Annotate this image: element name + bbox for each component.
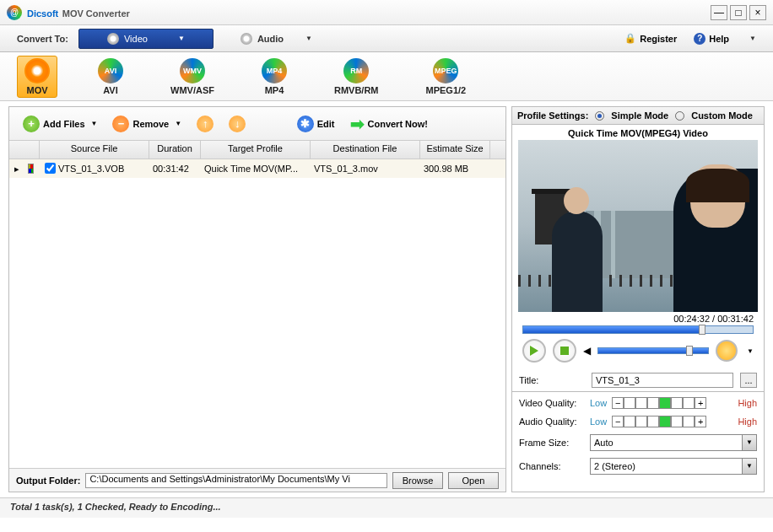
close-button[interactable]: × [749,5,766,20]
cell-duration: 00:31:42 [148,162,199,175]
app-title: Dicsoft MOV Converter [27,5,130,20]
mp4-icon: MP4 [262,58,287,83]
arrow-right-icon: ➡ [350,114,365,134]
play-icon [530,346,538,356]
cell-size: 300.98 MB [419,162,489,175]
title-browse-button[interactable]: ... [740,373,757,388]
move-down-button[interactable]: ↓ [225,114,249,134]
col-size[interactable]: Estimate Size [420,141,490,159]
lock-icon: 🔒 [624,33,636,44]
table-header: Source File Duration Target Profile Dest… [9,141,505,159]
output-folder-path[interactable]: C:\Documents and Settings\Administrator\… [85,473,387,488]
convert-to-label: Convert To: [17,34,68,44]
col-target[interactable]: Target Profile [201,141,311,159]
app-logo-icon [7,5,22,20]
format-wmv[interactable]: WMV WMV/ASF [164,56,221,97]
cell-dest: VTS_01_3.mov [309,162,419,175]
title-label: Title: [519,375,585,385]
seek-bar[interactable] [522,325,754,334]
col-dest[interactable]: Destination File [311,141,420,159]
rm-icon: RM [343,58,369,83]
browse-button[interactable]: Browse [392,472,443,489]
avi-icon: AVI [98,58,123,83]
format-bar: @ MOV AVI AVI WMV WMV/ASF MP4 MP4 RM RMV… [0,52,773,101]
mov-icon: @ [24,58,50,83]
wmv-icon: WMV [180,58,205,83]
disc-icon [241,33,252,45]
video-mode-button[interactable]: Video ▼ [78,29,214,49]
register-button[interactable]: 🔒 Register [624,33,677,44]
custom-mode-radio[interactable] [675,111,684,121]
arrow-up-icon: ↑ [197,116,214,132]
channels-label: Channels: [519,461,585,471]
table-row[interactable]: ▸ VTS_01_3.VOB 00:31:42 Quick Time MOV(M… [9,159,505,178]
remove-button[interactable]: − Remove ▼ [109,114,185,134]
output-folder-row: Output Folder: C:\Documents and Settings… [9,468,505,492]
stop-button[interactable] [553,339,576,363]
mpeg-icon: MPEG [433,58,458,83]
format-rm[interactable]: RM RMVB/RM [327,56,386,97]
move-up-button[interactable]: ↑ [193,114,217,134]
convert-now-button[interactable]: ➡ Convert Now! [347,112,432,136]
snapshot-button[interactable] [716,340,738,362]
video-preview[interactable] [518,140,758,312]
open-button[interactable]: Open [448,472,499,489]
volume-icon: ◀ [583,345,591,357]
topbar: Convert To: Video ▼ Audio ▼ 🔒 Register ?… [0,25,773,52]
volume-slider[interactable] [597,347,709,354]
frame-size-label: Frame Size: [519,438,585,448]
profile-title: Quick Time MOV(MPEG4) Video [517,126,759,140]
profile-panel: Profile Settings: Simple Mode Custom Mod… [511,106,765,492]
stop-icon [560,347,569,355]
snapshot-dropdown[interactable]: ▼ [747,347,754,355]
title-input[interactable] [592,373,733,388]
playback-time: 00:24:32 / 00:31:42 [517,312,759,325]
channels-select[interactable]: 2 (Stereo) [590,458,757,475]
audio-quality-label: Audio Quality: [519,416,585,427]
grid-icon[interactable] [23,162,40,175]
video-quality-stepper[interactable] [612,397,706,409]
audio-mode-button[interactable]: Audio ▼ [224,33,329,45]
play-button[interactable] [522,339,546,363]
file-list-panel: + Add Files ▼ − Remove ▼ ↑ ↓ ✱ Edit ➡ [8,106,506,492]
minus-icon: − [112,116,129,132]
disc-icon [107,33,119,45]
simple-mode-radio[interactable] [595,111,604,121]
profile-header: Profile Settings: Simple Mode Custom Mod… [511,106,765,125]
arrow-down-icon: ↓ [229,116,246,132]
frame-size-select[interactable]: Auto [590,434,757,451]
gear-icon: ✱ [297,116,314,132]
edit-button[interactable]: ✱ Edit [294,114,338,134]
col-duration[interactable]: Duration [149,141,201,159]
output-folder-label: Output Folder: [16,476,80,486]
video-quality-label: Video Quality: [519,398,585,408]
format-avi[interactable]: AVI AVI [91,56,130,97]
help-icon: ? [694,33,705,45]
maximize-button[interactable]: □ [730,5,747,20]
col-source[interactable]: Source File [40,141,149,159]
row-indicator-icon: ▸ [9,162,23,176]
cell-target: Quick Time MOV(MP... [199,162,309,175]
status-bar: Total 1 task(s), 1 Checked, Ready to Enc… [0,497,773,518]
table-body: ▸ VTS_01_3.VOB 00:31:42 Quick Time MOV(M… [9,159,505,468]
format-mov[interactable]: @ MOV [17,56,57,98]
format-mpeg[interactable]: MPEG MPEG1/2 [419,56,473,97]
audio-quality-stepper[interactable] [612,416,706,427]
toolbar: + Add Files ▼ − Remove ▼ ↑ ↓ ✱ Edit ➡ [9,107,505,141]
help-button[interactable]: ? Help ▼ [694,33,756,45]
add-files-button[interactable]: + Add Files ▼ [19,114,100,134]
cell-source: VTS_01_3.VOB [53,162,148,175]
plus-icon: + [23,116,40,132]
titlebar: Dicsoft MOV Converter — □ × [0,0,773,25]
format-mp4[interactable]: MP4 MP4 [255,56,294,97]
minimize-button[interactable]: — [711,5,727,20]
